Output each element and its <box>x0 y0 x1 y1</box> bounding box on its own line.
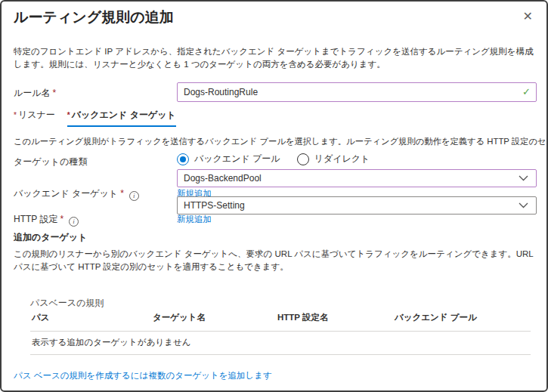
tab-backend-targets[interactable]: *バックエンド ターゲット <box>67 109 176 127</box>
column-header-backend-pool: バックエンド プール <box>395 312 477 323</box>
dialog-description: 特定のフロントエンド IP アドレスから、指定されたバックエンド ターゲットまで… <box>14 45 538 72</box>
required-marker: * <box>60 214 63 224</box>
info-icon[interactable]: i <box>69 217 79 227</box>
tab-listener[interactable]: *リスナー <box>14 109 55 127</box>
table-empty-message: 表示する追加のターゲットがありません <box>32 337 191 348</box>
additional-targets-heading: 追加のターゲット <box>14 231 87 244</box>
additional-targets-description: この規則のリスナーから別のバックエンド ターゲットへ、要求の URL パスに基づ… <box>14 248 538 274</box>
info-icon[interactable]: i <box>129 191 139 201</box>
radio-unselected-icon <box>297 153 309 165</box>
table-bottom-divider <box>30 354 531 355</box>
close-icon[interactable]: ✕ <box>523 11 533 23</box>
valid-check-icon: ✓ <box>522 86 531 97</box>
radio-backend-pool[interactable]: バックエンド プール <box>177 153 280 165</box>
required-marker: * <box>14 111 17 119</box>
http-setting-dropdown[interactable]: HTTPS-Setting <box>177 196 537 215</box>
radio-selected-icon <box>177 153 189 165</box>
rule-name-field-wrapper: ✓ <box>177 82 537 102</box>
required-marker: * <box>120 188 124 199</box>
backend-target-dropdown[interactable]: Dogs-BackendPool <box>177 169 537 187</box>
backend-target-label: バックエンド ターゲット*i <box>14 187 139 201</box>
path-based-rules-label: パスベースの規則 <box>30 297 104 310</box>
table-header-divider <box>30 331 531 332</box>
backend-target-dropdown-value: Dogs-BackendPool <box>184 173 262 184</box>
add-multiple-targets-link[interactable]: パス ベースの規則を作成するには複数のターゲットを追加します <box>14 370 272 381</box>
required-marker: * <box>53 88 57 98</box>
target-type-radio-group: バックエンド プール リダイレクト <box>177 153 370 165</box>
tab-description: このルーティング規則がトラフィックを送信するバックエンド プールを選択します。ル… <box>14 135 538 148</box>
add-routing-rule-dialog: ルーティング規則の追加 ✕ 特定のフロントエンド IP アドレスから、指定された… <box>0 0 548 392</box>
page-title: ルーティング規則の追加 <box>14 8 174 27</box>
target-type-label: ターゲットの種類 <box>14 156 87 168</box>
http-setting-add-new-link[interactable]: 新規追加 <box>177 214 212 225</box>
radio-redirect[interactable]: リダイレクト <box>297 153 370 165</box>
chevron-down-icon <box>519 202 528 208</box>
tab-bar: *リスナー *バックエンド ターゲット <box>14 109 176 127</box>
required-marker: * <box>67 111 70 119</box>
column-header-path: パス <box>32 312 50 323</box>
column-header-target-name: ターゲット名 <box>153 312 206 323</box>
rule-name-input[interactable] <box>177 82 537 102</box>
chevron-down-icon <box>519 175 528 181</box>
http-setting-label: HTTP 設定*i <box>14 213 79 227</box>
rule-name-label: ルール名* <box>14 87 56 100</box>
http-setting-dropdown-value: HTTPS-Setting <box>184 200 245 211</box>
column-header-http-setting-name: HTTP 設定名 <box>277 312 329 323</box>
